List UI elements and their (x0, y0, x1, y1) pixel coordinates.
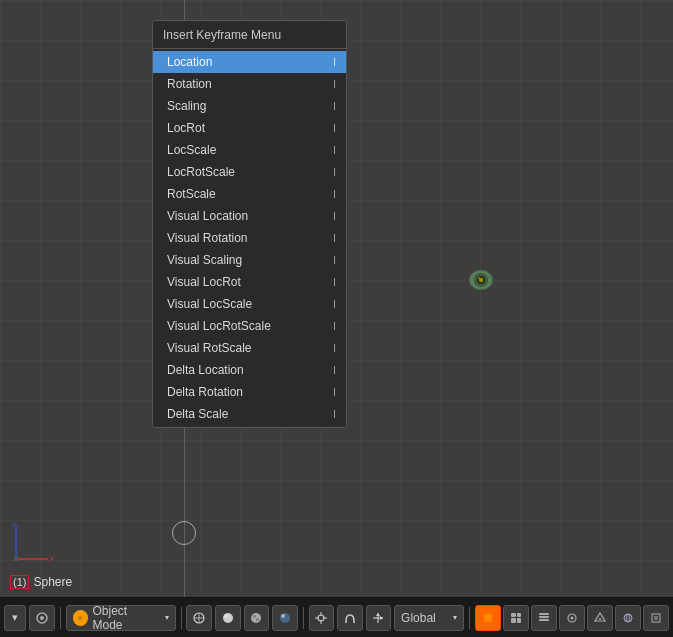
sphere-count: (1) (10, 575, 29, 589)
menu-item-shortcut: I (333, 276, 336, 288)
menu-item-label: Visual LocRot (167, 275, 241, 289)
menu-item-locrotscale[interactable]: LocRotScaleI (153, 161, 346, 183)
menu-item-label: Visual LocRotScale (167, 319, 271, 333)
separator-4 (469, 607, 470, 629)
separator-1 (60, 607, 61, 629)
svg-marker-33 (376, 613, 380, 616)
mode-icon (73, 610, 89, 626)
object-name: Sphere (33, 575, 72, 589)
global-label: Global (401, 611, 436, 625)
layer-grid (511, 613, 521, 623)
menu-item-rotscale[interactable]: RotScaleI (153, 183, 346, 205)
menu-item-shortcut: I (333, 254, 336, 266)
texture-btn[interactable] (244, 605, 270, 631)
layers-icon (538, 612, 550, 624)
menu-item-visual-rotation[interactable]: Visual RotationI (153, 227, 346, 249)
menu-item-label: Delta Location (167, 363, 244, 377)
svg-point-4 (478, 277, 480, 279)
svg-point-13 (78, 616, 82, 620)
menu-item-label: Scaling (167, 99, 206, 113)
menu-item-locscale[interactable]: LocScaleI (153, 139, 346, 161)
menu-item-scaling[interactable]: ScalingI (153, 95, 346, 117)
separator-3 (303, 607, 304, 629)
svg-rect-37 (539, 613, 549, 615)
menu-item-shortcut: I (333, 320, 336, 332)
global-chevron: ▾ (453, 613, 457, 622)
global-dropdown[interactable]: Global ▾ (394, 605, 464, 631)
magnet-btn[interactable] (337, 605, 363, 631)
mode-label: Object Mode (92, 604, 160, 632)
svg-point-22 (280, 613, 290, 623)
svg-rect-35 (539, 619, 549, 621)
render-icon (566, 612, 578, 624)
menu-item-label: LocScale (167, 143, 216, 157)
separator-2 (181, 607, 182, 629)
menu-item-label: Delta Scale (167, 407, 228, 421)
menu-item-label: Delta Rotation (167, 385, 243, 399)
menu-item-shortcut: I (333, 56, 336, 68)
svg-text:X: X (49, 554, 53, 564)
menu-item-shortcut: I (333, 232, 336, 244)
rendered-btn[interactable] (272, 605, 298, 631)
svg-point-41 (599, 618, 601, 620)
menu-item-shortcut: I (333, 364, 336, 376)
menu-item-visual-location[interactable]: Visual LocationI (153, 205, 346, 227)
menu-item-label: Visual RotScale (167, 341, 252, 355)
menu-item-visual-locscale[interactable]: Visual LocScaleI (153, 293, 346, 315)
object-props-btn[interactable] (643, 605, 669, 631)
orientations-btn[interactable] (366, 605, 392, 631)
viewport: Insert Keyframe Menu LocationIRotationIS… (0, 0, 673, 597)
wireframe-btn[interactable] (186, 605, 212, 631)
menu-item-shortcut: I (333, 210, 336, 222)
menu-item-visual-scaling[interactable]: Visual ScalingI (153, 249, 346, 271)
viewport-object (465, 265, 503, 295)
object-props-icon (650, 612, 662, 624)
svg-point-39 (571, 616, 574, 619)
menu-title: Insert Keyframe Menu (153, 23, 346, 49)
scene-icon-btn[interactable] (587, 605, 613, 631)
svg-point-17 (223, 613, 233, 623)
solid-btn[interactable] (215, 605, 241, 631)
menu-item-label: Visual Scaling (167, 253, 242, 267)
mode-dropdown[interactable]: Object Mode ▾ (66, 605, 176, 631)
toolbar-render-btn[interactable] (29, 605, 55, 631)
menu-item-visual-locrot[interactable]: Visual LocRotI (153, 271, 346, 293)
menu-item-label: Visual Location (167, 209, 248, 223)
layer-btn-1[interactable] (475, 605, 501, 631)
menu-item-label: RotScale (167, 187, 216, 201)
menu-item-location[interactable]: LocationI (153, 51, 346, 73)
menu-item-label: Rotation (167, 77, 212, 91)
toolbar-view-btn[interactable]: ▾ (4, 605, 26, 631)
menu-item-shortcut: I (333, 298, 336, 310)
menu-item-delta-scale[interactable]: Delta ScaleI (153, 403, 346, 425)
menu-item-delta-location[interactable]: Delta LocationI (153, 359, 346, 381)
menu-item-visual-rotscale[interactable]: Visual RotScaleI (153, 337, 346, 359)
view-label: ▾ (12, 611, 18, 624)
menu-item-visual-locrotscale[interactable]: Visual LocRotScaleI (153, 315, 346, 337)
menu-item-shortcut: I (333, 144, 336, 156)
world-icon (622, 612, 634, 624)
render-icon-btn[interactable] (559, 605, 585, 631)
svg-rect-9 (14, 557, 18, 561)
layer-dot (484, 614, 492, 622)
menu-item-shortcut: I (333, 100, 336, 112)
context-menu: Insert Keyframe Menu LocationIRotationIS… (152, 20, 347, 428)
menu-items-container: LocationIRotationIScalingILocRotILocScal… (153, 51, 346, 425)
pivot-btn[interactable] (309, 605, 335, 631)
world-icon-btn[interactable] (615, 605, 641, 631)
layer-btn-2[interactable] (503, 605, 529, 631)
mode-chevron: ▾ (165, 613, 169, 622)
layer-btn-3[interactable] (531, 605, 557, 631)
scene-icon (594, 612, 606, 624)
menu-item-rotation[interactable]: RotationI (153, 73, 346, 95)
menu-item-shortcut: I (333, 386, 336, 398)
menu-item-locrot[interactable]: LocRotI (153, 117, 346, 139)
bottom-toolbar: ▾ Object Mode ▾ (0, 597, 673, 637)
svg-rect-20 (253, 615, 256, 618)
menu-item-delta-rotation[interactable]: Delta RotationI (153, 381, 346, 403)
svg-text:Z: Z (12, 522, 18, 528)
svg-point-42 (624, 614, 632, 622)
object-label: (1) Sphere (10, 575, 72, 589)
menu-item-shortcut: I (333, 188, 336, 200)
menu-item-shortcut: I (333, 166, 336, 178)
